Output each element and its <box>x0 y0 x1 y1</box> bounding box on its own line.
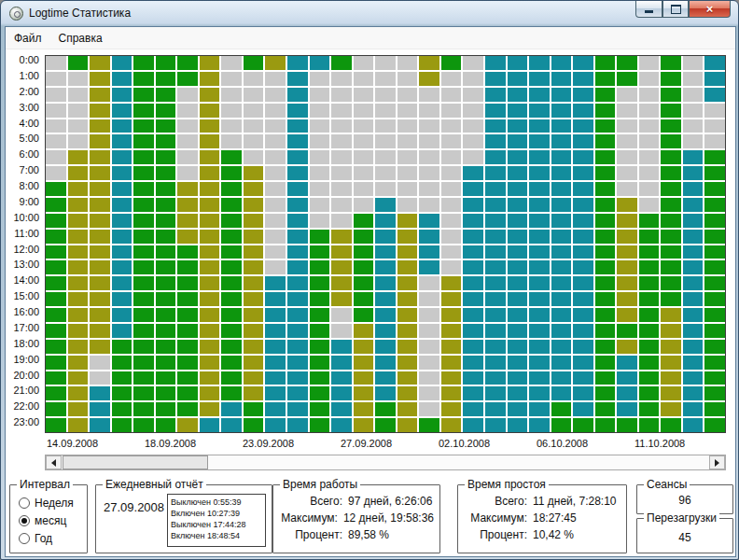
grid-cell[interactable] <box>397 402 418 416</box>
grid-cell[interactable] <box>375 56 396 70</box>
grid-cell[interactable] <box>463 56 483 70</box>
grid-cell[interactable] <box>244 308 264 322</box>
grid-cell[interactable] <box>133 245 154 259</box>
grid-cell[interactable] <box>617 182 637 196</box>
grid-cell[interactable] <box>354 150 374 164</box>
grid-cell[interactable] <box>156 134 176 148</box>
grid-cell[interactable] <box>244 72 264 86</box>
grid-cell[interactable] <box>287 134 308 148</box>
grid-cell[interactable] <box>617 119 637 133</box>
grid-cell[interactable] <box>661 418 681 432</box>
grid-cell[interactable] <box>112 119 132 133</box>
grid-cell[interactable] <box>331 198 352 212</box>
grid-cell[interactable] <box>221 418 242 432</box>
grid-cell[interactable] <box>463 402 483 416</box>
grid-cell[interactable] <box>617 356 637 370</box>
grid-cell[interactable] <box>90 260 110 274</box>
grid-cell[interactable] <box>529 134 550 148</box>
grid-cell[interactable] <box>265 134 286 148</box>
grid-cell[interactable] <box>375 245 396 259</box>
grid-cell[interactable] <box>46 134 66 148</box>
grid-cell[interactable] <box>595 386 616 400</box>
grid-cell[interactable] <box>200 214 220 228</box>
grid-cell[interactable] <box>617 292 637 306</box>
grid-cell[interactable] <box>177 260 198 274</box>
grid-cell[interactable] <box>287 292 308 306</box>
grid-cell[interactable] <box>508 214 528 228</box>
grid-cell[interactable] <box>68 402 89 416</box>
grid-cell[interactable] <box>661 324 681 338</box>
grid-cell[interactable] <box>90 166 110 180</box>
grid-cell[interactable] <box>68 260 89 274</box>
grid-cell[interactable] <box>200 230 220 244</box>
grid-cell[interactable] <box>177 134 198 148</box>
grid-cell[interactable] <box>310 88 330 102</box>
grid-cell[interactable] <box>265 292 286 306</box>
grid-cell[interactable] <box>529 198 550 212</box>
grid-cell[interactable] <box>639 198 660 212</box>
grid-cell[interactable] <box>508 356 528 370</box>
grid-cell[interactable] <box>375 72 396 86</box>
grid-cell[interactable] <box>68 371 89 385</box>
grid-cell[interactable] <box>485 104 506 118</box>
grid-cell[interactable] <box>156 340 176 354</box>
grid-cell[interactable] <box>112 245 132 259</box>
grid-cell[interactable] <box>90 340 110 354</box>
grid-cell[interactable] <box>354 356 374 370</box>
grid-cell[interactable] <box>508 134 528 148</box>
grid-cell[interactable] <box>463 119 483 133</box>
grid-cell[interactable] <box>704 56 725 70</box>
grid-cell[interactable] <box>441 104 462 118</box>
scroll-right-button[interactable] <box>709 455 725 469</box>
grid-cell[interactable] <box>287 119 308 133</box>
grid-cell[interactable] <box>419 198 439 212</box>
grid-cell[interactable] <box>46 418 66 432</box>
grid-cell[interactable] <box>354 88 374 102</box>
grid-cell[interactable] <box>133 88 154 102</box>
grid-cell[interactable] <box>46 276 66 290</box>
grid-cell[interactable] <box>595 150 616 164</box>
grid-cell[interactable] <box>397 56 418 70</box>
grid-cell[interactable] <box>595 402 616 416</box>
grid-cell[interactable] <box>90 356 110 370</box>
grid-cell[interactable] <box>90 308 110 322</box>
grid-cell[interactable] <box>441 230 462 244</box>
grid-cell[interactable] <box>156 56 176 70</box>
grid-cell[interactable] <box>683 134 704 148</box>
grid-cell[interactable] <box>354 134 374 148</box>
grid-cell[interactable] <box>529 308 550 322</box>
grid-cell[interactable] <box>354 276 374 290</box>
grid-cell[interactable] <box>133 371 154 385</box>
grid-cell[interactable] <box>617 72 637 86</box>
grid-cell[interactable] <box>244 88 264 102</box>
grid-cell[interactable] <box>46 324 66 338</box>
grid-cell[interactable] <box>661 104 681 118</box>
grid-cell[interactable] <box>177 214 198 228</box>
grid-cell[interactable] <box>310 260 330 274</box>
grid-cell[interactable] <box>617 56 637 70</box>
grid-cell[interactable] <box>112 104 132 118</box>
grid-cell[interactable] <box>244 386 264 400</box>
grid-cell[interactable] <box>595 72 616 86</box>
grid-cell[interactable] <box>221 324 242 338</box>
grid-cell[interactable] <box>661 56 681 70</box>
grid-cell[interactable] <box>177 308 198 322</box>
grid-cell[interactable] <box>200 56 220 70</box>
grid-cell[interactable] <box>441 134 462 148</box>
grid-cell[interactable] <box>639 134 660 148</box>
grid-cell[interactable] <box>133 119 154 133</box>
grid-cell[interactable] <box>508 245 528 259</box>
grid-cell[interactable] <box>310 56 330 70</box>
grid-cell[interactable] <box>639 418 660 432</box>
grid-cell[interactable] <box>112 386 132 400</box>
grid-cell[interactable] <box>375 418 396 432</box>
grid-cell[interactable] <box>244 340 264 354</box>
grid-cell[interactable] <box>244 230 264 244</box>
grid-cell[interactable] <box>441 198 462 212</box>
grid-cell[interactable] <box>375 230 396 244</box>
grid-cell[interactable] <box>354 371 374 385</box>
grid-cell[interactable] <box>551 119 572 133</box>
grid-cell[interactable] <box>265 230 286 244</box>
grid-cell[interactable] <box>133 56 154 70</box>
grid-cell[interactable] <box>90 150 110 164</box>
